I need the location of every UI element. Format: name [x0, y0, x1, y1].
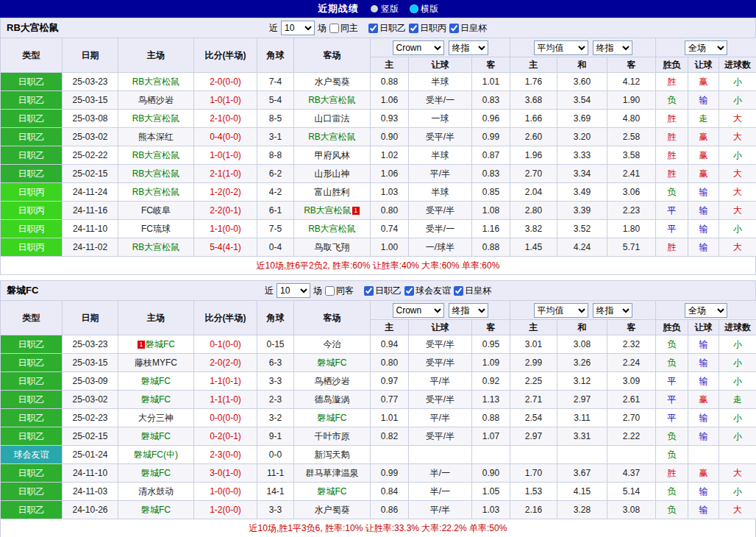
average-select[interactable]: 平均值 [534, 303, 588, 318]
average-select[interactable]: 平均值 [534, 40, 588, 55]
league-type-badge: 日职丙 [1, 220, 63, 238]
result-goals: 小 [719, 427, 756, 446]
radio-horizontal-layout[interactable]: 横版 [410, 3, 438, 15]
result-goals: 大 [719, 464, 756, 483]
europe-away-odds: 2.23 [607, 202, 656, 220]
final-score: 1-1(1-0) [194, 391, 257, 409]
handicap-away-odds: 0.99 [472, 128, 510, 146]
handicap-away-odds: 1.13 [472, 391, 510, 409]
odds-stage-select[interactable]: 终指 [449, 303, 488, 318]
scope-select[interactable]: 全场 [685, 40, 727, 55]
red-card-badge: 1 [138, 341, 145, 349]
col-goals-result: 进球数 [719, 320, 756, 335]
europe-home-odds: 2.54 [510, 409, 557, 427]
away-team: RB大宫松鼠 [294, 128, 371, 146]
odds-company-select[interactable]: Crown [393, 40, 444, 55]
match-date: 24-11-03 [63, 483, 118, 501]
match-count-select[interactable]: 10 [277, 283, 310, 298]
away-team: 今治 [294, 335, 371, 354]
handicap-away-odds: 0.90 [472, 464, 510, 483]
europe-away-odds [607, 446, 656, 464]
checkbox-league-j3[interactable]: 日职丙 [409, 22, 446, 35]
handicap-away-odds: 1.05 [472, 483, 510, 501]
handicap-line: 平/半 [409, 165, 472, 183]
checkbox-input[interactable] [329, 24, 339, 33]
near-label: 近 [265, 285, 274, 297]
final-score: 3-0(1-0) [194, 464, 257, 483]
result-wdl: 平 [656, 202, 688, 220]
corner-score: 4-2 [257, 183, 294, 202]
europe-home-odds: 1.66 [510, 110, 557, 128]
handicap-line: 受半/一 [409, 220, 472, 238]
result-handicap: 输 [688, 372, 719, 391]
checkbox-same-home[interactable]: 同主 [329, 22, 358, 35]
home-team: 鸟栖沙岩 [118, 91, 194, 110]
away-team: 磐城FC [294, 354, 371, 372]
europe-draw-odds [557, 446, 607, 464]
average-stage-select[interactable]: 终指 [593, 303, 632, 318]
europe-away-odds: 2.32 [607, 335, 656, 354]
average-stage-select[interactable]: 终指 [593, 40, 632, 55]
odds-stage-select[interactable]: 终指 [449, 40, 488, 55]
final-score: 2-0(2-0) [194, 354, 257, 372]
handicap-line: 受平/半 [409, 202, 472, 220]
final-score: 1-1(0-1) [194, 372, 257, 391]
league-type-badge: 日职乙 [1, 73, 63, 91]
corner-score: 11-1 [257, 464, 294, 483]
away-team: 磐城FC [294, 483, 371, 501]
final-score: 1-0(1-0) [194, 146, 257, 165]
result-goals: 大 [719, 110, 756, 128]
match-date: 24-11-16 [63, 202, 118, 220]
checkbox-club-friendly[interactable]: 球会友谊 [404, 285, 451, 297]
result-handicap: 输 [688, 220, 719, 238]
home-team: RB大宫松鼠 [118, 183, 194, 202]
home-team: 磐城FC [118, 372, 194, 391]
handicap-line: 一球 [409, 110, 472, 128]
checkbox-input[interactable] [404, 286, 414, 296]
handicap-home-odds: 1.06 [371, 165, 409, 183]
col-europe-home: 主 [510, 57, 557, 73]
home-team: FC岐阜 [118, 202, 194, 220]
result-wdl: 胜 [656, 110, 688, 128]
result-handicap: 输 [688, 354, 719, 372]
handicap-away-odds: 0.96 [472, 110, 510, 128]
europe-away-odds: 1.90 [607, 91, 656, 110]
checkbox-league-j2[interactable]: 日职乙 [368, 22, 406, 35]
scope-select[interactable]: 全场 [685, 303, 727, 318]
checkbox-league-j2[interactable]: 日职乙 [364, 285, 402, 297]
checkbox-input[interactable] [325, 286, 335, 296]
league-type-badge: 日职乙 [1, 165, 63, 183]
europe-away-odds: 3.09 [607, 372, 656, 391]
checkbox-input[interactable] [368, 24, 378, 33]
checkbox-input[interactable] [454, 286, 463, 296]
europe-home-odds: 2.70 [510, 165, 557, 183]
handicap-home-odds: 0.99 [371, 464, 409, 483]
europe-draw-odds: 3.54 [557, 91, 607, 110]
europe-draw-odds: 3.39 [557, 202, 607, 220]
col-home: 主场 [118, 301, 194, 335]
stats-summary: 近10场,胜6平2负2, 胜率:60% 让胜率:40% 大率:60% 单率:60… [0, 257, 756, 275]
checkbox-emperors-cup[interactable]: 日皇杯 [454, 285, 491, 297]
checkbox-emperors-cup[interactable]: 日皇杯 [449, 22, 487, 35]
final-score: 1-2(0-2) [194, 183, 257, 202]
radio-vertical-layout[interactable]: 竖版 [371, 3, 399, 15]
match-date: 25-03-02 [63, 391, 118, 409]
europe-away-odds: 4.12 [607, 73, 656, 91]
col-goals-result: 进球数 [719, 57, 756, 73]
checkbox-input[interactable] [364, 286, 374, 296]
europe-away-odds: 1.80 [607, 220, 656, 238]
result-handicap [688, 446, 719, 464]
handicap-home-odds: 1.00 [371, 238, 409, 257]
checkbox-input[interactable] [449, 24, 459, 33]
odds-company-select[interactable]: Crown [393, 303, 444, 318]
handicap-home-odds: 0.93 [371, 110, 409, 128]
result-goals: 小 [719, 146, 756, 165]
handicap-line: 一/球半 [409, 238, 472, 257]
match-count-select[interactable]: 10 [281, 21, 315, 35]
checkbox-input[interactable] [409, 24, 418, 33]
results-table: 类型 日期 主场 比分(半场) 角球 客场 Crown 终指 平均值 终指 全场 [0, 38, 756, 257]
europe-draw-odds: 3.20 [557, 128, 607, 146]
radio-icon [371, 5, 378, 13]
handicap-line: 受半/一 [409, 91, 472, 110]
checkbox-same-away[interactable]: 同客 [325, 285, 354, 297]
